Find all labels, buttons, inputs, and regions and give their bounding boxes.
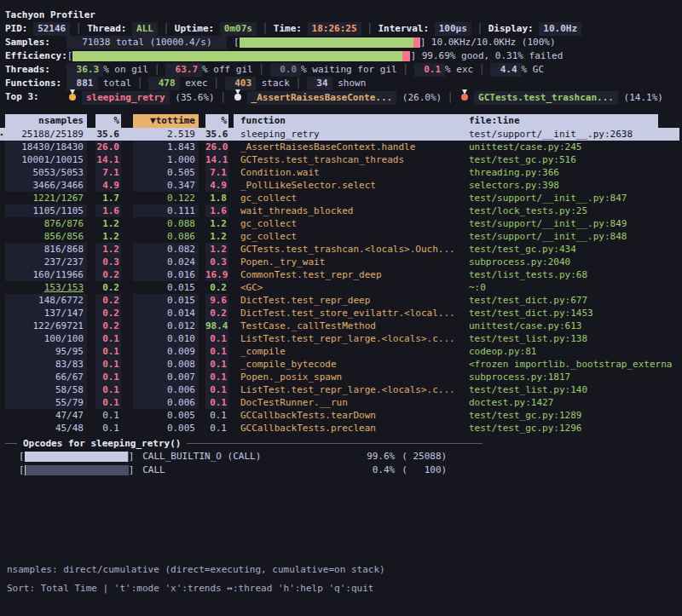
table-row[interactable]: 137/1470.20.0140.2DictTest.test_store_ev… (5, 307, 679, 320)
table-row[interactable]: 1221/12671.70.1221.8gc_collecttest/suppo… (5, 192, 679, 204)
tottime-cell: 0.024 (133, 256, 199, 268)
app-title: Tachyon Profiler (5, 9, 95, 22)
function-stat-unit: exec (180, 78, 208, 89)
samples-line: Samples: 71038 total (10000.4/s)[] 10.0K… (0, 36, 682, 49)
direct-pct-cell: 0.1 (95, 332, 121, 345)
header-cumulative-pct[interactable]: % (205, 114, 228, 128)
table-row[interactable]: 10001/1001514.11.00014.1GCTests.test_tra… (5, 153, 679, 166)
uptime-segment: Uptime: 0m07s (175, 22, 257, 36)
table-row[interactable]: 18430/1843026.01.84326.0_AssertRaisesBas… (5, 141, 679, 153)
table-row[interactable]: 160/119660.20.01616.9CommonTest.test_rep… (5, 268, 679, 281)
table-row[interactable]: 58/580.10.0060.1ListTest.test_repr_large… (5, 383, 679, 396)
function-cell: Condition.wait (234, 166, 467, 179)
cumulative-pct-cell: 98.4 (205, 320, 228, 332)
table-row[interactable]: 1105/11051.60.1111.6wait_threads_blocked… (5, 204, 679, 217)
table-row[interactable]: 66/670.10.0070.1Popen._posix_spawnsubpro… (5, 371, 679, 383)
functions-label: Functions: (5, 77, 66, 90)
direct-pct-cell: 0.2 (95, 268, 121, 281)
opcodes-panel: []CALL_BUILTIN_O (CALL)99.6%( 25088)[]CA… (0, 450, 682, 477)
direct-pct-cell: 35.6 (95, 128, 121, 141)
bronze-medal-icon (460, 89, 469, 101)
table-row[interactable]: 3466/34664.90.3474.9_PollLikeSelector.se… (5, 179, 679, 192)
table-row[interactable]: 148/67720.20.0159.6DictTest.test_repr_de… (5, 294, 679, 307)
nsamples-cell: 25188/25189 (5, 128, 87, 141)
header-function[interactable]: function (234, 114, 467, 128)
nsamples-cell: 153/153 (5, 281, 87, 294)
opcode-bar-track (25, 465, 129, 475)
uptime-value: 0m07s (220, 22, 257, 36)
footer-help-line-2: Sort: Total Time | 't':mode 'x':trends ↔… (7, 583, 373, 594)
file-line-cell: test/support/__init__.py:847 (467, 192, 679, 204)
function-stat-unit: stack (256, 78, 290, 89)
nsamples-cell: 55/79 (5, 396, 87, 409)
table-row[interactable]: 83/830.10.0080.1_compile_bytecode<frozen… (5, 358, 679, 371)
table-row[interactable]: 55/790.10.0060.1DocTestRunner.__rundocte… (5, 396, 679, 409)
table-row[interactable]: 153/1530.20.0150.2<GC>~:0 (5, 281, 679, 294)
table-row[interactable]: 45/480.10.0050.1GCCallbackTests.preclean… (5, 422, 679, 435)
table-row[interactable]: 237/2370.30.0240.3Popen._try_waitsubproc… (5, 256, 679, 268)
cumulative-pct-cell: 0.3 (205, 256, 228, 268)
functions-line: Functions: 881 total │ 478 exec │ 403 st… (0, 77, 682, 90)
table-row[interactable]: 47/470.10.0050.1GCCallbackTests.tearDown… (5, 409, 679, 422)
function-table-header: nsamples%▼tottime%functionfile:line (5, 114, 679, 128)
function-cell: Popen._try_wait (234, 256, 467, 268)
separator: │ (215, 92, 232, 103)
header-direct-pct[interactable]: % (95, 114, 121, 128)
file-line-cell: test/test_list.py:140 (467, 383, 679, 396)
tottime-cell: 0.505 (133, 166, 199, 179)
nsamples-cell: 160/11966 (5, 268, 87, 281)
gauge-close-bracket: ] (129, 450, 135, 463)
tottime-cell: 0.012 (133, 320, 199, 332)
function-cell: sleeping_retry (234, 128, 467, 141)
nsamples-cell: 1221/1267 (5, 192, 87, 204)
table-row[interactable]: ▸25188/2518935.62.51935.6sleeping_retryt… (5, 128, 679, 141)
function-stat-value: 34 (307, 77, 332, 90)
threads-label: Threads: (5, 63, 66, 77)
cumulative-pct-cell: 1.2 (205, 243, 228, 256)
cumulative-pct-cell: 0.2 (205, 281, 228, 294)
nsamples-cell: 237/237 (5, 256, 87, 268)
function-cell: _compile (234, 345, 467, 358)
table-row[interactable]: 95/950.10.0090.1_compilecodeop.py:81 (5, 345, 679, 358)
efficiency-line: Efficiency:[] 99.69% good, 0.31% failed (0, 49, 682, 63)
function-cell: GCTests.test_trashcan.<locals>.Ouch... (234, 243, 467, 256)
tottime-cell: 0.014 (133, 307, 199, 320)
opcode-row: []CALL0.4%( 100) (0, 463, 682, 477)
file-line-cell: <frozen importlib._bootstrap_externa (467, 358, 679, 371)
nsamples-cell: 100/100 (5, 332, 87, 345)
table-row[interactable]: 876/8761.20.0881.2gc_collecttest/support… (5, 217, 679, 230)
function-cell: CommonTest.test_repr_deep (234, 268, 467, 281)
separator: │ (131, 78, 148, 89)
cumulative-pct-cell: 0.1 (205, 383, 228, 396)
table-row[interactable]: 5053/50537.10.5057.1Condition.waitthread… (5, 166, 679, 179)
header-file-line[interactable]: file:line (467, 114, 679, 128)
nsamples-cell: 95/95 (5, 345, 87, 358)
cumulative-pct-cell: 26.0 (205, 141, 228, 153)
function-stat-unit: total (98, 78, 132, 89)
table-row[interactable]: 856/8561.20.0861.2gc_collecttest/support… (5, 230, 679, 243)
table-row[interactable]: 100/1000.10.0100.1ListTest.test_repr_lar… (5, 332, 679, 345)
file-line-cell: doctest.py:1427 (467, 396, 679, 409)
top3-function-pct: (26.0%) (396, 92, 442, 103)
efficiency-summary: 99.69% good, 0.31% failed (416, 49, 563, 63)
direct-pct-cell: 1.2 (95, 217, 121, 230)
tottime-cell: 0.009 (133, 345, 199, 358)
opcode-count: ( 100) (402, 463, 447, 477)
tottime-cell: 0.015 (133, 294, 199, 307)
direct-pct-cell: 0.1 (95, 409, 121, 422)
table-row[interactable]: 816/8681.20.0821.2GCTests.test_trashcan.… (5, 243, 679, 256)
separator: │ (473, 64, 490, 75)
table-row[interactable]: 122/697210.20.01298.4TestCase._callTestM… (5, 320, 679, 332)
thread-stat-value: 0.1 (414, 63, 446, 77)
nsamples-cell: 122/69721 (5, 320, 87, 332)
pid-label: PID: (5, 23, 33, 34)
header-nsamples[interactable]: nsamples (5, 114, 87, 128)
nsamples-cell: 876/876 (5, 217, 87, 230)
direct-pct-cell: 7.1 (95, 166, 121, 179)
efficiency-bad-fill (402, 51, 411, 61)
thread-value: ALL (132, 22, 158, 36)
status-bar: PID: 52146 │ Thread: ALL │ Uptime: 0m07s… (0, 22, 682, 36)
functions-stats: 881 total │ 478 exec │ 403 stack │ 34 sh… (66, 77, 366, 90)
time-value: 18:26:25 (308, 22, 361, 36)
header-tottime-sort[interactable]: ▼tottime (133, 114, 199, 128)
